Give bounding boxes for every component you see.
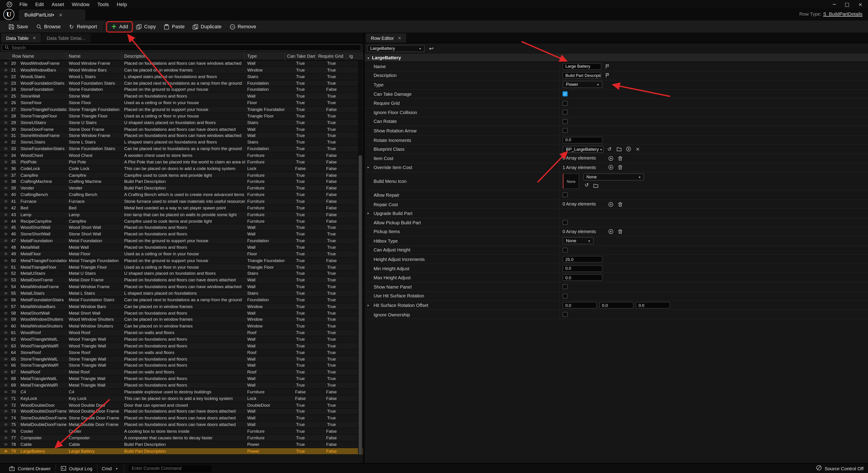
table-row[interactable]: ≡71KeyLockKey LockThis can be placed on … (0, 395, 363, 402)
table-row[interactable]: ≡79LargeBatteryLarge BatteryBuild Part D… (0, 448, 363, 454)
table-row[interactable]: ≡30StoneDoorFrameStone Door FramePlaced … (0, 126, 363, 133)
column-header[interactable]: Can Take Damage (285, 52, 316, 60)
table-row[interactable]: ≡22WoodLStairsWood L StairsL shaped stai… (0, 73, 363, 80)
menu-file[interactable]: File (16, 1, 31, 7)
browse-asset-icon[interactable] (592, 182, 599, 189)
table-row[interactable]: ≡20WoodWindowFrameWood Window FramePlace… (0, 60, 363, 67)
checkbox[interactable] (562, 101, 567, 106)
number-input[interactable]: 0.0 (599, 302, 633, 308)
close-icon[interactable]: × (398, 36, 401, 40)
maximize-button[interactable]: □ (845, 1, 849, 7)
menu-window[interactable]: Window (68, 1, 94, 7)
checkbox[interactable] (562, 192, 567, 197)
table-row[interactable]: ≡57MetalWindowBarsMetal Window BarsCan b… (0, 303, 363, 310)
close-button[interactable]: × (858, 1, 862, 7)
tab-data-table[interactable]: Data Table× (1, 33, 41, 43)
table-row[interactable]: ≡48MetalWallMetal WallPlaced on foundati… (0, 244, 363, 251)
class-dropdown[interactable]: BP_LargeBattery▾ (562, 145, 603, 153)
source-control-button[interactable]: Source Control Off (816, 465, 864, 472)
table-row[interactable]: ≡50MetalTriangleFoundationMetal Triangle… (0, 258, 363, 264)
new-asset-button[interactable] (625, 145, 632, 153)
asset-thumbnail[interactable]: None (562, 173, 579, 189)
checkbox[interactable] (562, 294, 567, 299)
browse-asset-icon[interactable] (615, 145, 622, 153)
asset-tab[interactable]: BuildPartList• × (19, 9, 85, 21)
table-row[interactable]: ≡42BedBedMetal bed useded as a way to se… (0, 205, 363, 211)
table-row[interactable]: ≡23WoodFoundationStairsWood Foundation S… (0, 80, 363, 87)
search-input[interactable]: Search (2, 44, 361, 51)
table-row[interactable]: ≡37CampfireCampfireCampfire used to cook… (0, 172, 363, 178)
clear-array-button[interactable] (616, 201, 624, 208)
column-header[interactable]: Type (245, 52, 285, 60)
cmd-button[interactable]: Cmd▾ (97, 464, 124, 473)
checkbox[interactable] (562, 284, 567, 289)
panel-splitter[interactable] (363, 33, 365, 463)
table-row[interactable]: ≡49MetalFloorMetal FloorUsed as a ceilin… (0, 251, 363, 258)
close-icon[interactable]: × (59, 12, 63, 18)
table-row[interactable]: ≡64StoneRoofStone RoofPlaced on walls an… (0, 349, 363, 356)
table-row[interactable]: ≡74StoneDoubleDoorFrameStone Double Door… (0, 415, 363, 421)
duplicate-button[interactable]: Duplicate (188, 22, 225, 31)
table-row[interactable]: ≡29StoneUStairsStone U StairsU shaped st… (0, 120, 363, 126)
table-row[interactable]: ≡67MetalRoofMetal RoofPlaced on walls an… (0, 369, 363, 376)
close-icon[interactable]: × (32, 36, 36, 40)
asset-dropdown[interactable]: None▾ (583, 173, 644, 180)
content-drawer-button[interactable]: Content Drawer (4, 464, 56, 473)
table-row[interactable]: ≡78CableCableBuild Part DescriptionPower… (0, 441, 363, 448)
table-row[interactable]: ≡60MetalWindowShuttersMetal Window Shutt… (0, 323, 363, 330)
vertical-scrollbar[interactable] (358, 60, 363, 455)
table-row[interactable]: ≡70C4C4Placeable explosive used to destr… (0, 389, 363, 395)
table-row[interactable]: ≡68MetalTriangleWallLMetal Triangle Wall… (0, 376, 363, 382)
menu-help[interactable]: Help (113, 1, 131, 7)
expand-arrow-icon[interactable]: ▸ (368, 303, 369, 308)
browse-button[interactable]: Browse (32, 22, 65, 31)
unreal-engine-logo-icon[interactable]: U (3, 9, 14, 20)
number-input[interactable]: 0.0 (636, 302, 670, 308)
table-row[interactable]: ≡39VenderVenderBuild Part DescriptionFur… (0, 185, 363, 192)
table-row[interactable]: ≡53MetalDoorFrameMetal Door FramePlaced … (0, 277, 363, 284)
checkbox[interactable] (562, 220, 567, 225)
checkbox[interactable] (562, 247, 567, 252)
table-row[interactable]: ≡59WoodWindowShuttersWood Window Shutter… (0, 316, 363, 323)
use-selected-icon[interactable]: ↺ (583, 182, 590, 189)
row-selector-dropdown[interactable]: LargeBattery ▾ (367, 45, 425, 52)
table-row[interactable]: ≡61WoodRoofWood RoofPlaced on walls and … (0, 330, 363, 336)
expand-arrow-icon[interactable]: ▸ (368, 211, 369, 216)
flag-icon[interactable] (603, 63, 611, 70)
table-row[interactable]: ≡36CodeLockCode LockThis can be placed o… (0, 165, 363, 172)
table-row[interactable]: ≡66StoneTriangleWallRStone Triangle Wall… (0, 363, 363, 369)
table-row[interactable]: ≡55MetalLStairsMetal L StairsL shaped st… (0, 290, 363, 297)
column-header[interactable]: Description (122, 52, 245, 60)
table-row[interactable]: ≡46StoneShortWallStone Short WallPlaced … (0, 231, 363, 238)
column-header[interactable]: Ig (347, 52, 363, 60)
checkbox[interactable]: ✓ (562, 92, 567, 96)
table-row[interactable]: ≡47MetalFoundationMetal FoundationPlaced… (0, 238, 363, 244)
table-row[interactable]: ≡56MetalFoundationStairsMetal Foundation… (0, 297, 363, 303)
category-header[interactable]: ▾ LargeBattery (365, 54, 868, 62)
text-input[interactable]: Large Battery (562, 63, 601, 70)
console-input[interactable]: Enter Console Command (128, 465, 212, 472)
clear-icon[interactable]: × (634, 145, 641, 153)
copy-button[interactable]: Copy (132, 22, 160, 31)
use-selected-icon[interactable]: ↺ (606, 145, 613, 153)
add-element-button[interactable] (607, 201, 614, 208)
table-row[interactable]: ≡28StoneTriangleFloorStone Triangle Floo… (0, 113, 363, 120)
number-input[interactable]: 25.0 (562, 256, 602, 263)
table-row[interactable]: ≡45WoodShortWallWood Short WallPlaced on… (0, 225, 363, 231)
table-row[interactable]: ≡21WoodWindowBarsWood Window BarsCan be … (0, 67, 363, 73)
reimport-button[interactable]: ↻Reimport (65, 22, 101, 31)
table-row[interactable]: ≡73WoodDoubleDoorFrameWood Double Door F… (0, 408, 363, 415)
number-input[interactable]: 0.0 (562, 136, 602, 143)
minimize-button[interactable]: ─ (833, 1, 836, 7)
table-row[interactable]: ≡76CoolerCoolerA cooling box to store it… (0, 428, 363, 435)
table-row[interactable]: ≡69MetalTriangleWallRMetal Triangle Wall… (0, 382, 363, 389)
paste-button[interactable]: Paste (160, 22, 188, 31)
menu-asset[interactable]: Asset (48, 1, 68, 7)
clear-array-button[interactable] (616, 228, 624, 235)
output-log-button[interactable]: Output Log (56, 464, 97, 473)
column-header[interactable]: Row Name (10, 52, 67, 60)
table-row[interactable]: ≡24StoneFoundationStone FoundationPlaced… (0, 87, 363, 93)
table-row[interactable]: ≡43LampLampIron lamp that can be placed … (0, 211, 363, 218)
table-row[interactable]: ≡40CraftingBenchCrafting BenchA Crafting… (0, 192, 363, 198)
expand-arrow-icon[interactable]: ▸ (368, 165, 369, 170)
